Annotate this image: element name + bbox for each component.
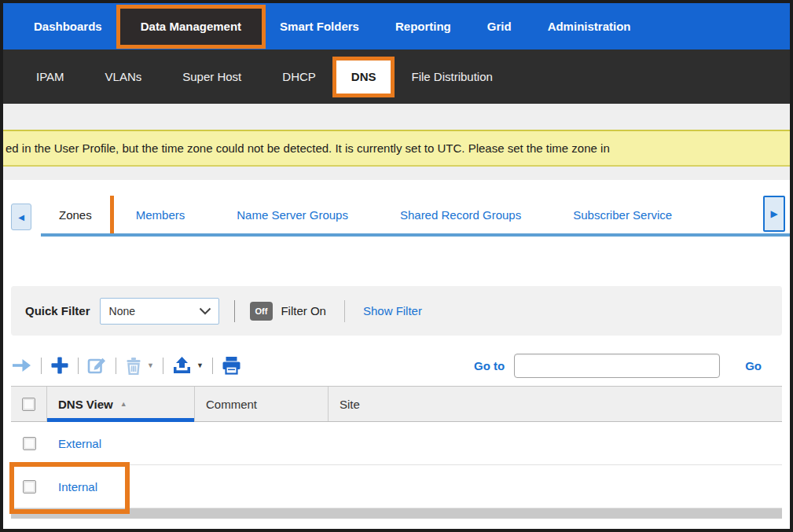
- goto-input[interactable]: [514, 354, 720, 378]
- quick-filter-label: Quick Filter: [25, 304, 90, 317]
- divider: [344, 300, 345, 322]
- nav-dashboards[interactable]: Dashboards: [16, 3, 120, 50]
- table-header-row: DNS View ▲ Comment Site: [11, 386, 782, 422]
- grid-toolbar: ▼ ▼ Go to Go: [11, 345, 782, 386]
- row-checkbox[interactable]: [23, 437, 36, 450]
- subnav-dns[interactable]: DNS: [336, 61, 391, 94]
- print-icon[interactable]: [222, 356, 241, 375]
- dns-views-table: DNS View ▲ Comment Site External Interna…: [11, 386, 782, 508]
- quick-filter-selected-value: None: [109, 305, 135, 317]
- app-window: Dashboards Data Management Smart Folders…: [0, 0, 793, 532]
- nav-smart-folders[interactable]: Smart Folders: [262, 3, 377, 50]
- header-cell-dns-view[interactable]: DNS View ▲: [47, 387, 195, 421]
- divider: [116, 358, 116, 374]
- right-triangle-icon: ▶: [770, 208, 777, 219]
- tab-name-server-groups[interactable]: Name Server Groups: [211, 196, 374, 233]
- top-nav-bar: Dashboards Data Management Smart Folders…: [3, 3, 790, 50]
- delete-dropdown-caret-icon[interactable]: ▼: [147, 361, 154, 369]
- filter-on-label: Filter On: [281, 304, 326, 317]
- goto-label: Go to: [474, 359, 505, 372]
- go-button[interactable]: Go: [745, 359, 762, 372]
- spacer: [3, 336, 790, 345]
- spacer: [3, 104, 790, 130]
- chevron-down-icon: [199, 307, 211, 315]
- nav-reporting[interactable]: Reporting: [377, 3, 469, 50]
- tabs-strip: Zones Members Name Server Groups Shared …: [41, 196, 790, 237]
- divider: [78, 358, 79, 374]
- tab-members[interactable]: Members: [110, 196, 211, 233]
- timezone-warning-text: ed in the User Profile, but the time zon…: [6, 141, 610, 155]
- dns-tab-bar: ◀ Zones Members Name Server Groups Share…: [11, 195, 790, 237]
- subnav-vlans[interactable]: VLANs: [85, 50, 163, 104]
- tab-zones[interactable]: Zones: [41, 196, 110, 237]
- header-cell-checkbox: [11, 387, 47, 421]
- spacer: [3, 180, 790, 195]
- subnav-ipam[interactable]: IPAM: [16, 50, 85, 104]
- tab-shared-record-groups[interactable]: Shared Record Groups: [374, 196, 547, 233]
- sort-ascending-icon: ▲: [120, 400, 127, 408]
- divider: [234, 300, 235, 322]
- subnav-super-host[interactable]: Super Host: [162, 50, 262, 104]
- export-upload-icon[interactable]: [172, 356, 192, 375]
- select-all-checkbox[interactable]: [22, 398, 35, 411]
- delete-trash-icon[interactable]: [125, 357, 142, 375]
- subnav-dhcp[interactable]: DHCP: [262, 50, 336, 104]
- sub-nav-bar: IPAM VLANs Super Host DHCP DNS File Dist…: [3, 50, 790, 104]
- table-row-internal[interactable]: Internal: [11, 465, 782, 508]
- header-cell-comment[interactable]: Comment: [195, 387, 329, 421]
- left-triangle-icon: ◀: [18, 213, 24, 222]
- header-cell-site[interactable]: Site: [329, 387, 782, 421]
- tab-subscriber-service[interactable]: Subscriber Service: [547, 196, 698, 233]
- divider: [212, 358, 213, 374]
- divider: [41, 358, 42, 374]
- quick-filter-bar: Quick Filter None Off Filter On Show Fil…: [11, 286, 782, 336]
- nav-administration[interactable]: Administration: [530, 3, 649, 50]
- spacer: [3, 167, 790, 180]
- divider: [163, 358, 163, 374]
- row-checkbox-cell: [11, 437, 47, 450]
- add-icon[interactable]: [50, 356, 69, 375]
- subnav-file-distribution[interactable]: File Distribution: [391, 50, 512, 104]
- dns-view-link-internal[interactable]: Internal: [47, 480, 97, 493]
- comment-column-label: Comment: [206, 398, 257, 411]
- show-filter-link[interactable]: Show Filter: [363, 304, 422, 317]
- quick-filter-select[interactable]: None: [100, 298, 219, 325]
- table-row-external[interactable]: External: [11, 422, 782, 465]
- tab-scroll-right-button[interactable]: ▶: [763, 196, 785, 232]
- spacer: [3, 237, 790, 286]
- nav-grid[interactable]: Grid: [469, 3, 530, 50]
- goto-group: Go to Go: [474, 354, 782, 378]
- filter-toggle-button[interactable]: Off: [250, 302, 274, 321]
- dns-view-link-external[interactable]: External: [47, 437, 101, 450]
- nav-data-management[interactable]: Data Management: [120, 9, 262, 45]
- tab-scroll-left-button[interactable]: ◀: [11, 204, 31, 230]
- horizontal-scrollbar[interactable]: [11, 508, 782, 519]
- export-dropdown-caret-icon[interactable]: ▼: [196, 361, 204, 369]
- forward-arrow-icon[interactable]: [11, 357, 32, 374]
- dns-view-column-label: DNS View: [58, 398, 113, 411]
- row-checkbox[interactable]: [23, 480, 36, 493]
- edit-icon[interactable]: [87, 356, 107, 375]
- timezone-warning-banner: ed in the User Profile, but the time zon…: [3, 130, 790, 167]
- site-column-label: Site: [340, 398, 360, 411]
- row-checkbox-cell: [11, 480, 47, 493]
